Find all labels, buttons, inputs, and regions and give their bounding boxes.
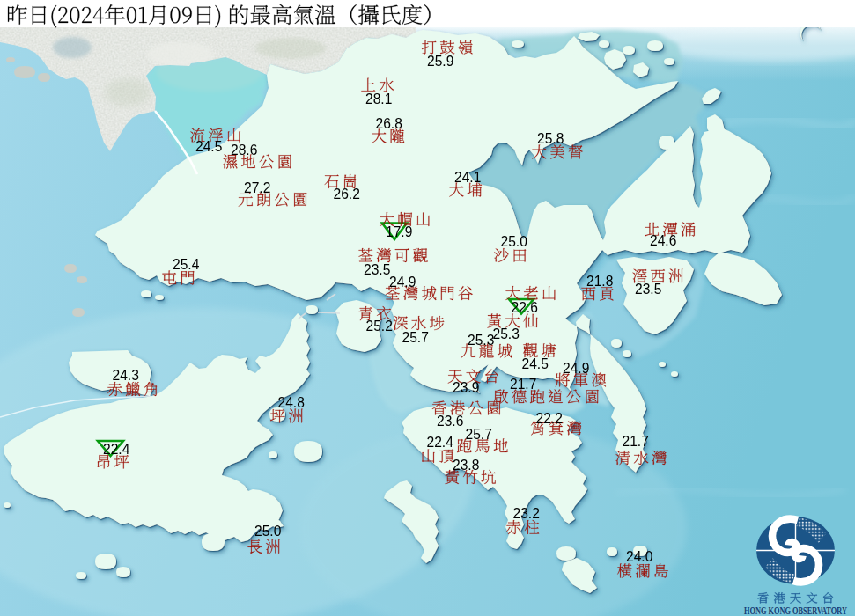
svg-text:25.2: 25.2 xyxy=(366,319,393,334)
svg-text:22.4: 22.4 xyxy=(103,442,130,457)
svg-text:27.2: 27.2 xyxy=(244,180,270,195)
svg-text:21.7: 21.7 xyxy=(623,434,649,449)
svg-text:25.0: 25.0 xyxy=(501,234,528,249)
svg-text:23.9: 23.9 xyxy=(453,380,479,395)
svg-text:23.6: 23.6 xyxy=(437,414,463,429)
svg-text:24.8: 24.8 xyxy=(278,395,305,410)
svg-text:25.7: 25.7 xyxy=(466,427,492,442)
svg-text:24.9: 24.9 xyxy=(389,275,416,290)
svg-text:25.3: 25.3 xyxy=(493,326,520,341)
svg-text:25.4: 25.4 xyxy=(173,257,200,272)
svg-text:HONG KONG OBSERVATORY: HONG KONG OBSERVATORY xyxy=(744,605,847,616)
svg-text:28.1: 28.1 xyxy=(365,92,392,106)
svg-text:24.0: 24.0 xyxy=(626,549,653,564)
svg-text:25.3: 25.3 xyxy=(468,333,494,348)
svg-text:26.2: 26.2 xyxy=(334,187,360,202)
svg-text:28.6: 28.6 xyxy=(231,143,257,158)
svg-text:23.5: 23.5 xyxy=(364,262,391,277)
svg-text:23.5: 23.5 xyxy=(635,282,662,297)
svg-text:23.2: 23.2 xyxy=(513,506,540,521)
svg-text:24.3: 24.3 xyxy=(113,368,139,383)
svg-text:25.7: 25.7 xyxy=(402,330,429,345)
svg-text:25.0: 25.0 xyxy=(254,524,282,539)
svg-text:25.9: 25.9 xyxy=(427,54,453,69)
svg-text:21.8: 21.8 xyxy=(586,274,613,289)
svg-text:24.6: 24.6 xyxy=(650,233,676,248)
svg-text:21.7: 21.7 xyxy=(510,377,536,392)
svg-text:17.9: 17.9 xyxy=(386,224,412,239)
svg-text:22.6: 22.6 xyxy=(512,300,538,315)
svg-text:25.8: 25.8 xyxy=(537,131,564,146)
svg-text:24.9: 24.9 xyxy=(563,361,589,376)
svg-text:22.4: 22.4 xyxy=(427,435,454,450)
svg-text:24.1: 24.1 xyxy=(454,170,481,185)
svg-text:23.8: 23.8 xyxy=(453,458,479,473)
svg-text:22.2: 22.2 xyxy=(536,411,563,426)
svg-text:24.5: 24.5 xyxy=(522,356,549,371)
svg-text:24.5: 24.5 xyxy=(195,139,223,154)
svg-text:26.8: 26.8 xyxy=(376,116,402,131)
